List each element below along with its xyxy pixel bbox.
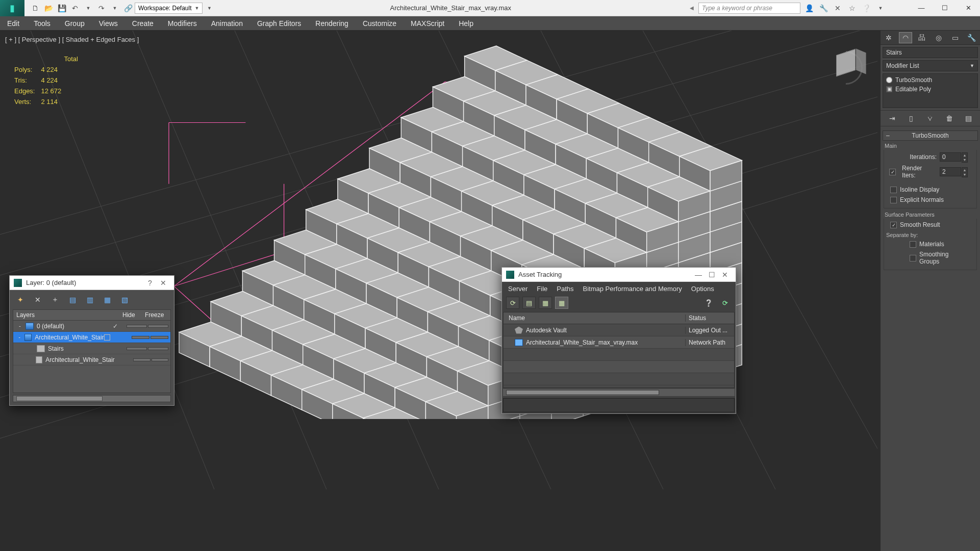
key-icon[interactable]: 🔧 (817, 2, 830, 14)
make-unique-icon[interactable]: ⩒ (923, 113, 937, 124)
modify-tab-icon[interactable]: ◠ (899, 32, 912, 43)
col-freeze[interactable]: Freeze (145, 311, 167, 319)
freeze-toggle[interactable] (133, 358, 150, 361)
search-prev-icon[interactable]: ◀ (685, 2, 698, 14)
undo-icon[interactable]: ↶ (68, 2, 82, 14)
asset-row[interactable]: Architectural_White_Stair_max_vray.maxNe… (504, 336, 734, 349)
bulb-icon[interactable] (886, 77, 892, 83)
iterations-spinner[interactable]: 0 ▲▼ (940, 152, 961, 162)
configure-sets-icon[interactable]: ▤ (962, 113, 975, 124)
search-input[interactable]: Type a keyword or phrase (698, 3, 800, 14)
menu-maxscript[interactable]: MAXScript (411, 19, 444, 28)
new-file-icon[interactable]: 🗋 (29, 2, 42, 14)
display-tab-icon[interactable]: ▭ (948, 32, 962, 43)
close-button[interactable]: ✕ (957, 0, 980, 16)
asset-row[interactable] (504, 349, 734, 361)
modifier-item-editable-poly[interactable]: ▣ Editable Poly (885, 85, 975, 94)
explicit-normals-checkbox[interactable] (890, 197, 897, 203)
maximize-button[interactable]: ☐ (705, 271, 718, 279)
minimize-button[interactable]: — (910, 0, 933, 16)
exchange-icon[interactable]: ✕ (831, 2, 844, 14)
layer-dialog-titlebar[interactable]: Layer: 0 (default) ? ✕ (10, 276, 174, 290)
favorite-icon[interactable]: ☆ (845, 2, 859, 14)
menu-modifiers[interactable]: Modifiers (168, 19, 197, 28)
status-refresh-icon[interactable]: ⟳ (718, 297, 732, 309)
extra-toggle[interactable] (148, 347, 168, 350)
menu-edit[interactable]: Edit (7, 19, 19, 28)
layer-row[interactable]: -0 (default)✓ (13, 321, 170, 332)
layer-list[interactable]: -0 (default)✓-Architectural_White_StairS… (13, 321, 171, 393)
isoline-checkbox[interactable] (890, 187, 897, 193)
rollout-header[interactable]: – TurboSmooth (883, 130, 978, 141)
viewcube[interactable] (823, 45, 869, 91)
app-logo[interactable]: ▮ (0, 0, 24, 16)
status-help-icon[interactable]: ❔ (702, 297, 715, 309)
menu-graph-editors[interactable]: Graph Editors (257, 19, 301, 28)
asset-row[interactable] (504, 373, 734, 385)
modifier-item-turbosmooth[interactable]: TurboSmooth (885, 75, 975, 85)
hide-toggle[interactable]: ✓ (104, 323, 127, 330)
menu-animation[interactable]: Animation (211, 19, 243, 28)
freeze-toggle[interactable] (127, 325, 147, 328)
redo-icon[interactable]: ↷ (95, 2, 108, 14)
redo-dropdown-icon[interactable]: ▼ (108, 2, 121, 14)
undo-dropdown-icon[interactable]: ▼ (82, 2, 95, 14)
link-icon[interactable]: 🔗 (121, 2, 135, 14)
layer-row[interactable]: -Architectural_White_Stair (13, 332, 170, 343)
menu-rendering[interactable]: Rendering (315, 19, 348, 28)
remove-modifier-icon[interactable]: 🗑 (943, 113, 956, 124)
asset-row[interactable]: Autodesk VaultLogged Out ... (504, 324, 734, 336)
hierarchy-tab-icon[interactable]: 品 (915, 32, 928, 43)
motion-tab-icon[interactable]: ◎ (932, 32, 945, 43)
close-button[interactable]: ✕ (157, 279, 170, 287)
asset-list[interactable]: Autodesk VaultLogged Out ...Architectura… (503, 324, 735, 388)
asset-menu-file[interactable]: File (537, 285, 547, 293)
col-name[interactable]: Name (504, 314, 685, 322)
save-icon[interactable]: 💾 (55, 2, 68, 14)
freeze-toggle[interactable] (132, 336, 149, 339)
highlight-layer-icon[interactable]: ▥ (84, 294, 95, 305)
layer-row[interactable]: Architectural_White_Stair (13, 354, 170, 365)
maximize-button[interactable]: ☐ (933, 0, 957, 16)
list-view-icon[interactable]: ▤ (522, 297, 536, 309)
open-file-icon[interactable]: 📂 (42, 2, 55, 14)
close-button[interactable]: ✕ (718, 271, 732, 279)
menu-customize[interactable]: Customize (363, 19, 396, 28)
asset-menu-options[interactable]: Options (691, 285, 714, 293)
hide-layer-icon[interactable]: ▦ (102, 294, 113, 305)
freeze-toggle[interactable] (127, 347, 147, 350)
menu-views[interactable]: Views (99, 19, 118, 28)
object-name-field[interactable]: Stairs (883, 47, 978, 58)
asset-menu-paths[interactable]: Paths (557, 285, 573, 293)
expand-icon[interactable]: ▣ (886, 86, 892, 92)
render-iters-checkbox[interactable]: ✓ (889, 169, 896, 175)
smoothing-groups-checkbox[interactable] (910, 255, 916, 261)
asset-row[interactable] (504, 361, 734, 373)
materials-checkbox[interactable] (910, 241, 916, 248)
utilities-tab-icon[interactable]: 🔧 (965, 32, 978, 43)
modifier-stack[interactable]: TurboSmooth ▣ Editable Poly (883, 73, 978, 108)
tree-view-icon[interactable]: ▦ (539, 297, 552, 309)
asset-scrollbar[interactable] (503, 389, 735, 396)
freeze-layer-icon[interactable]: ▧ (119, 294, 130, 305)
col-status[interactable]: Status (685, 314, 734, 322)
smooth-result-checkbox[interactable]: ✓ (890, 222, 897, 228)
add-to-layer-icon[interactable]: ＋ (49, 294, 61, 305)
help-button[interactable]: ? (143, 279, 157, 287)
infocenter-icon[interactable]: 👤 (802, 2, 816, 14)
workspace-menu-icon[interactable]: ▼ (203, 2, 216, 14)
menu-group[interactable]: Group (65, 19, 85, 28)
minimize-button[interactable]: — (692, 271, 705, 279)
new-layer-icon[interactable]: ✦ (15, 294, 26, 305)
visibility-box[interactable] (104, 334, 110, 340)
viewport-label[interactable]: [ + ] [ Perspective ] [ Shaded + Edged F… (5, 36, 139, 43)
menu-tools[interactable]: Tools (34, 19, 51, 28)
extra-toggle[interactable] (150, 336, 168, 339)
asset-dialog-titlebar[interactable]: Asset Tracking — ☐ ✕ (502, 268, 736, 282)
delete-layer-icon[interactable]: ✕ (32, 294, 43, 305)
render-iters-spinner[interactable]: 2 ▲▼ (940, 167, 961, 176)
create-tab-icon[interactable]: ✲ (882, 32, 895, 43)
select-layer-icon[interactable]: ▤ (67, 294, 78, 305)
modifier-list-dropdown[interactable]: Modifier List ▼ (883, 60, 978, 71)
help-dropdown-icon[interactable]: ▼ (874, 2, 887, 14)
